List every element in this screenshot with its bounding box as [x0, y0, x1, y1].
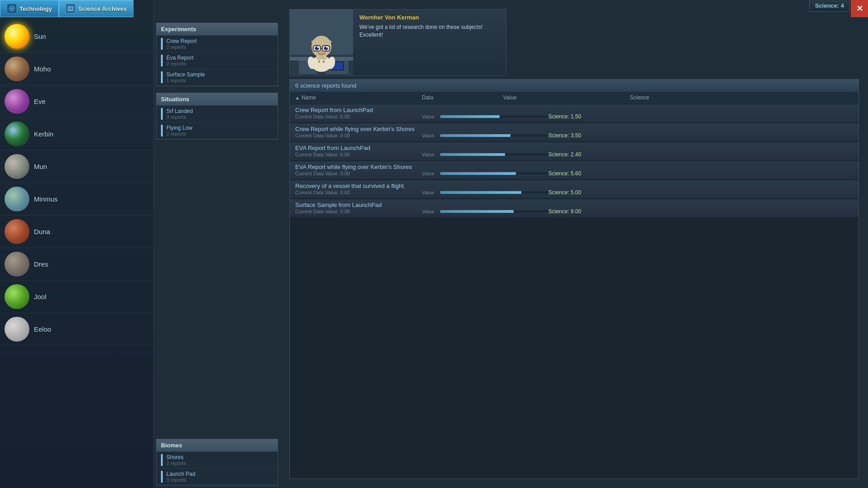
experiments-panel: Experiments Crew Report 2 reports Eva Re…	[156, 23, 278, 86]
report-value-area-5: Value	[422, 209, 548, 214]
planet-sidebar: Sun Moho Eve Kerbin Mun Minmus Duna Dres…	[0, 0, 154, 488]
report-details-0: Current Data Value: 0.00 Value Science: …	[295, 113, 853, 122]
report-value-area-3: Value	[422, 171, 548, 176]
character-background	[290, 9, 353, 76]
report-data-2: Current Data Value: 0.00	[295, 152, 422, 157]
situation-item-1[interactable]: Flying Low 2 reports	[156, 122, 278, 139]
report-science-1: Science: 3.50	[548, 132, 603, 139]
planet-orb-moho	[5, 56, 29, 81]
experiment-sub-0: 2 reports	[166, 44, 197, 50]
report-data-5: Current Data Value: 0.08	[295, 209, 422, 214]
planet-item-duna[interactable]: Duna	[0, 216, 153, 248]
planet-orb-eeloo	[5, 317, 29, 342]
experiment-item-1[interactable]: Eva Report 2 reports	[156, 52, 278, 69]
close-button[interactable]: ✕	[851, 0, 868, 17]
planet-orb-dres	[5, 252, 29, 277]
planet-item-sun[interactable]: Sun	[0, 20, 153, 53]
col-science-header: Science	[630, 94, 684, 101]
svg-rect-29	[316, 57, 327, 59]
reports-list: Crew Report from LaunchPad Current Data …	[290, 104, 859, 217]
situation-sub-0: 3 reports	[166, 114, 193, 120]
planet-orb-jool	[5, 284, 29, 309]
value-bar-fill-2	[440, 153, 505, 156]
science-archives-button[interactable]: Science Archives	[59, 0, 133, 17]
value-label-0: Value	[422, 114, 436, 119]
report-title-1: Crew Report while flying over Kerbin's S…	[295, 123, 853, 132]
panels-area: Experiments Crew Report 2 reports Eva Re…	[154, 20, 280, 488]
situation-content-1: Flying Low 2 reports	[166, 125, 192, 136]
svg-point-26	[317, 47, 319, 48]
report-row-1[interactable]: Crew Report while flying over Kerbin's S…	[290, 123, 859, 141]
reports-count: 6 science reports found	[290, 80, 859, 92]
experiment-bar-0	[161, 38, 163, 50]
top-bar: Technology Science Archives Science: 4 ✕	[0, 0, 868, 17]
planet-orb-kerbin	[5, 122, 29, 146]
planet-name-minmus: Minmus	[34, 195, 58, 203]
planet-item-jool[interactable]: Jool	[0, 281, 153, 313]
planet-name-jool: Jool	[34, 293, 47, 300]
biome-content-0: Shores 2 reports	[166, 454, 186, 466]
report-title-5: Surface Sample from LaunchPad	[295, 199, 853, 208]
value-bar-fill-0	[440, 115, 500, 118]
reports-area: 6 science reports found ▲ Name Data Valu…	[289, 79, 859, 479]
report-row-2[interactable]: EVA Report from LaunchPad Current Data V…	[290, 142, 859, 160]
planet-item-kerbin[interactable]: Kerbin	[0, 118, 153, 150]
biome-item-0[interactable]: Shores 2 reports	[156, 452, 278, 469]
experiment-bar-1	[161, 55, 163, 66]
technology-button[interactable]: Technology	[0, 0, 59, 17]
planet-name-eve: Eve	[34, 98, 46, 105]
report-row-3[interactable]: EVA Report while flying over Kerbin's Sh…	[290, 161, 859, 179]
planet-item-moho[interactable]: Moho	[0, 53, 153, 85]
biomes-header: Biomes	[156, 439, 278, 452]
planet-item-minmus[interactable]: Minmus	[0, 183, 153, 216]
experiment-item-2[interactable]: Surface Sample 1 reports	[156, 69, 278, 86]
experiment-content-0: Crew Report 2 reports	[166, 38, 197, 50]
report-value-area-2: Value	[422, 152, 548, 157]
biome-sub-0: 2 reports	[166, 460, 186, 466]
value-bar-bg-3	[440, 172, 548, 175]
report-science-5: Science: 9.00	[548, 208, 603, 215]
report-value-area-4: Value	[422, 190, 548, 195]
report-details-3: Current Data Value: 0.00 Value Science: …	[295, 170, 853, 179]
col-data-header: Data	[422, 94, 503, 101]
report-row-0[interactable]: Crew Report from LaunchPad Current Data …	[290, 104, 859, 122]
biome-bar-0	[161, 454, 163, 466]
value-bar-fill-5	[440, 210, 514, 213]
svg-point-1	[11, 8, 13, 9]
report-data-1: Current Data Value: 0.00	[295, 133, 422, 138]
report-title-4: Recovery of a vessel that survived a fli…	[295, 180, 853, 189]
report-data-0: Current Data Value: 0.00	[295, 114, 422, 119]
value-label-1: Value	[422, 133, 436, 138]
planet-item-dres[interactable]: Dres	[0, 248, 153, 281]
sort-icon: ▲	[295, 95, 300, 100]
planet-orb-duna	[5, 219, 29, 244]
experiment-content-1: Eva Report 2 reports	[166, 55, 193, 66]
svg-rect-31	[323, 60, 325, 63]
report-row-4[interactable]: Recovery of a vessel that survived a fli…	[290, 180, 859, 198]
report-value-area-1: Value	[422, 133, 548, 138]
planet-name-dres: Dres	[34, 260, 48, 268]
experiment-name-0: Crew Report	[166, 38, 197, 44]
value-label-2: Value	[422, 152, 436, 157]
experiment-item-0[interactable]: Crew Report 2 reports	[156, 36, 278, 52]
situation-item-0[interactable]: Srf Landed 3 reports	[156, 106, 278, 122]
planet-name-sun: Sun	[34, 33, 46, 40]
planet-name-kerbin: Kerbin	[34, 130, 53, 138]
value-bar-fill-1	[440, 134, 510, 137]
experiment-sub-1: 2 reports	[166, 61, 193, 66]
biome-item-1[interactable]: Launch Pad 3 reports	[156, 469, 278, 485]
planet-item-eeloo[interactable]: Eeloo	[0, 313, 153, 346]
svg-rect-2	[68, 7, 73, 10]
planet-name-mun: Mun	[34, 163, 47, 170]
svg-rect-30	[318, 60, 320, 63]
science-archives-icon	[66, 4, 75, 14]
planet-item-eve[interactable]: Eve	[0, 85, 153, 118]
character-panel: Wernher Von Kerman We've got a lot of re…	[289, 9, 506, 76]
planet-name-duna: Duna	[34, 228, 50, 235]
report-science-2: Science: 2.40	[548, 151, 603, 158]
biome-name-0: Shores	[166, 454, 186, 460]
svg-point-28	[320, 50, 323, 53]
planet-item-mun[interactable]: Mun	[0, 150, 153, 183]
report-row-5[interactable]: Surface Sample from LaunchPad Current Da…	[290, 199, 859, 217]
planet-name-eeloo: Eeloo	[34, 325, 51, 333]
